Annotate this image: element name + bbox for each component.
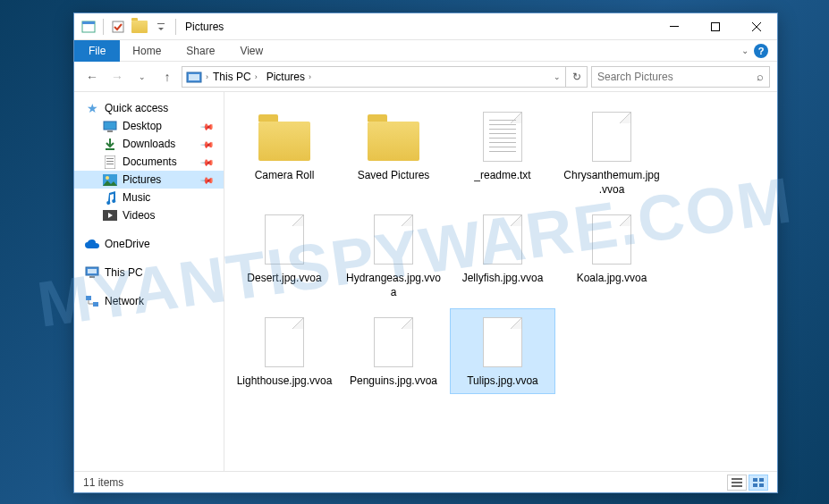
svg-rect-29	[759, 483, 764, 487]
properties-icon[interactable]	[80, 20, 97, 34]
blank-file-icon	[592, 112, 631, 162]
blank-file-icon	[592, 214, 631, 265]
sidebar-item-desktop[interactable]: Desktop📌	[74, 117, 224, 135]
file-item[interactable]: Penguins.jpg.vvoa	[341, 308, 446, 394]
address-dropdown-icon[interactable]: ⌄	[549, 67, 565, 87]
quick-access-group: ★ Quick access Desktop📌Downloads📌Documen…	[74, 99, 224, 224]
file-item[interactable]: _readme.txt	[450, 103, 555, 202]
file-item[interactable]: Tulips.jpg.vvoa	[450, 308, 555, 394]
svg-rect-3	[157, 23, 165, 24]
item-label: Penguins.jpg.vvoa	[350, 374, 437, 389]
sidebar-item-downloads[interactable]: Downloads📌	[74, 135, 224, 153]
address-bar[interactable]: › This PC› Pictures› ⌄ ↻	[182, 66, 588, 88]
location-icon[interactable]	[182, 71, 206, 83]
sidebar-item-label: Quick access	[105, 102, 168, 114]
item-label: Saved Pictures	[358, 169, 430, 183]
pin-icon: 📌	[200, 172, 215, 187]
svg-rect-22	[93, 302, 98, 307]
blank-file-icon	[483, 317, 522, 367]
tab-view[interactable]: View	[227, 41, 275, 61]
file-grid: Camera RollSaved Pictures_readme.txtChry…	[232, 103, 770, 394]
item-label: Chrysanthemum.jpg.vvoa	[563, 169, 661, 197]
content-pane[interactable]: Camera RollSaved Pictures_readme.txtChry…	[224, 92, 777, 471]
details-view-button[interactable]	[727, 475, 747, 491]
music-icon	[103, 190, 117, 205]
minimize-button[interactable]	[654, 13, 695, 40]
file-item[interactable]: Desert.jpg.vvoa	[232, 206, 337, 305]
file-item[interactable]: Koala.jpg.vvoa	[559, 206, 664, 305]
close-button[interactable]	[736, 13, 777, 40]
file-tab[interactable]: File	[74, 40, 120, 62]
svg-rect-2	[113, 21, 123, 32]
qat-dropdown-icon[interactable]	[152, 20, 170, 34]
navigation-pane[interactable]: ★ Quick access Desktop📌Downloads📌Documen…	[74, 92, 224, 471]
maximize-button[interactable]	[695, 13, 736, 40]
recent-dropdown-icon[interactable]: ⌄	[131, 66, 153, 88]
file-item[interactable]: Jellyfish.jpg.vvoa	[450, 206, 555, 305]
sidebar-item-music[interactable]: Music	[74, 189, 224, 206]
sidebar-item-label: Network	[105, 295, 144, 307]
sidebar-item-label: Music	[123, 191, 150, 204]
separator	[103, 19, 104, 35]
checkbox-icon[interactable]	[109, 20, 127, 34]
sidebar-item-label: Documents	[123, 155, 177, 168]
sidebar-item-pictures[interactable]: Pictures📌	[74, 171, 224, 189]
view-toggle	[727, 475, 768, 491]
videos-icon	[103, 208, 117, 223]
item-label: Lighthouse.jpg.vvoa	[237, 374, 333, 389]
expand-ribbon-icon[interactable]: ⌄	[741, 46, 749, 55]
search-icon[interactable]: ⌕	[757, 70, 764, 83]
file-item[interactable]: Hydrangeas.jpg.vvoa	[341, 206, 446, 305]
text-file-icon	[483, 112, 522, 162]
forward-button[interactable]: →	[106, 66, 128, 88]
window-body: ★ Quick access Desktop📌Downloads📌Documen…	[74, 92, 777, 471]
up-button[interactable]: ↑	[156, 66, 178, 88]
help-icon[interactable]: ?	[754, 44, 768, 58]
tab-home[interactable]: Home	[120, 41, 173, 61]
item-count: 11 items	[83, 476, 123, 489]
sidebar-item-videos[interactable]: Videos	[74, 206, 224, 224]
documents-icon	[103, 155, 117, 169]
item-label: Camera Roll	[255, 169, 315, 183]
folder-item[interactable]: Saved Pictures	[341, 103, 446, 202]
sidebar-item-label: This PC	[105, 266, 143, 279]
svg-rect-8	[104, 122, 116, 130]
quick-access-toolbar: Pictures	[74, 19, 229, 35]
sidebar-item-network[interactable]: Network	[74, 292, 224, 310]
sidebar-item-documents[interactable]: Documents📌	[74, 153, 224, 171]
icons-view-button[interactable]	[749, 475, 768, 491]
svg-point-16	[106, 176, 109, 180]
breadcrumb-segment[interactable]: This PC›	[208, 71, 262, 83]
blank-file-icon	[374, 214, 413, 265]
folder-item[interactable]: Camera Roll	[232, 103, 337, 202]
status-bar: 11 items	[74, 471, 777, 492]
refresh-button[interactable]: ↻	[565, 67, 587, 87]
blank-file-icon	[374, 317, 413, 367]
sidebar-item-label: Pictures	[123, 173, 161, 186]
search-input[interactable]	[597, 71, 757, 83]
item-label: Tulips.jpg.vvoa	[467, 374, 538, 389]
sidebar-item-onedrive[interactable]: OneDrive	[74, 235, 224, 253]
svg-rect-28	[753, 483, 757, 487]
back-button[interactable]: ←	[81, 66, 103, 88]
tab-share[interactable]: Share	[173, 41, 227, 61]
search-box[interactable]: ⌕	[591, 66, 770, 88]
network-icon	[85, 294, 99, 308]
svg-rect-7	[189, 74, 199, 80]
desktop-icon	[103, 119, 117, 133]
file-item[interactable]: Lighthouse.jpg.vvoa	[232, 308, 337, 394]
window-title: Pictures	[185, 21, 224, 33]
folder-icon[interactable]	[131, 20, 148, 34]
svg-rect-9	[107, 130, 113, 132]
sidebar-item-quick-access[interactable]: ★ Quick access	[74, 99, 224, 117]
svg-rect-23	[732, 478, 742, 480]
window-controls	[654, 13, 777, 40]
sidebar-item-thispc[interactable]: This PC	[74, 264, 224, 281]
sidebar-item-label: Videos	[123, 209, 155, 222]
file-item[interactable]: Chrysanthemum.jpg.vvoa	[559, 103, 664, 202]
svg-rect-21	[86, 296, 91, 300]
svg-rect-25	[732, 485, 742, 487]
titlebar[interactable]: Pictures	[74, 13, 777, 40]
folder-icon	[368, 122, 419, 161]
breadcrumb-segment[interactable]: Pictures›	[262, 71, 316, 83]
